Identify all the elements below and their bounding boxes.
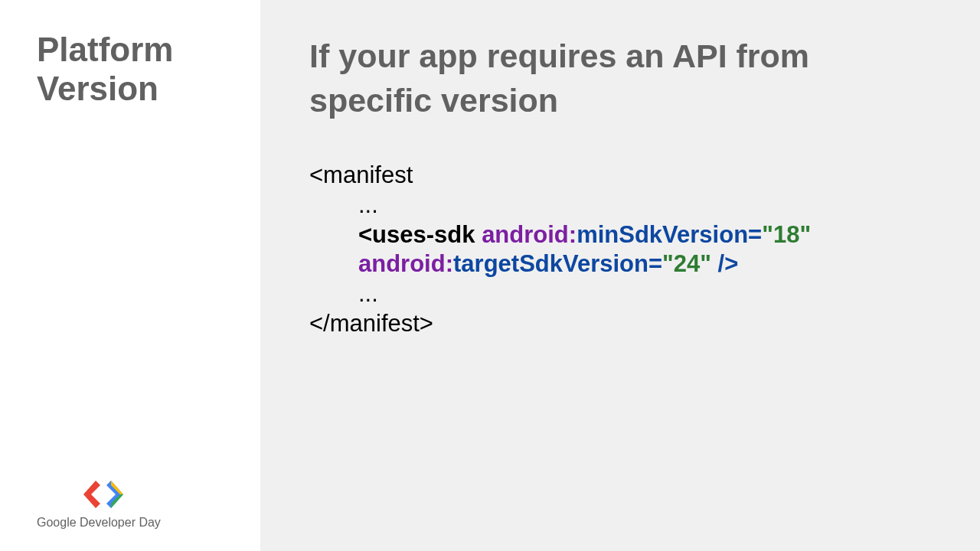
slide-heading: If your app requires an API from specifi…	[309, 34, 934, 122]
attr1-eq: =	[748, 221, 762, 248]
uses-sdk-tag: <uses-sdk	[358, 221, 482, 248]
attr1-namespace: android:	[482, 221, 577, 248]
slide: Platform Version Google Developer Day If…	[0, 0, 980, 551]
sidebar-title-line2: Version	[37, 70, 260, 109]
sidebar-title: Platform Version	[37, 31, 260, 108]
attr2-eq: =	[648, 250, 662, 277]
attr1-name: minSdkVersion	[577, 221, 748, 248]
attr2-value: "24"	[662, 250, 711, 277]
sidebar: Platform Version Google Developer Day	[0, 0, 260, 551]
self-close: />	[711, 250, 738, 277]
code-line-close: </manifest>	[309, 309, 934, 339]
manifest-open-tag: <manifest	[309, 161, 413, 188]
footer-text: Google Developer Day	[37, 516, 161, 530]
sidebar-title-line1: Platform	[37, 31, 260, 70]
code-block: <manifest ... <uses-sdk android:minSdkVe…	[309, 161, 934, 339]
manifest-close-tag: </manifest>	[309, 310, 433, 337]
code-line-uses-sdk-2: android:targetSdkVersion="24" />	[358, 249, 934, 279]
attr1-value: "18"	[762, 221, 811, 248]
footer: Google Developer Day	[37, 478, 161, 530]
main-content: If your app requires an API from specifi…	[260, 0, 980, 551]
code-line-ellipsis1: ...	[358, 191, 934, 220]
attr2-name: targetSdkVersion	[453, 250, 648, 277]
attr2-namespace: android:	[358, 250, 453, 277]
developer-day-logo-icon	[79, 478, 128, 511]
code-line-uses-sdk-1: <uses-sdk android:minSdkVersion="18"	[358, 220, 934, 250]
code-line-open: <manifest	[309, 161, 934, 191]
code-line-ellipsis2: ...	[358, 279, 934, 309]
